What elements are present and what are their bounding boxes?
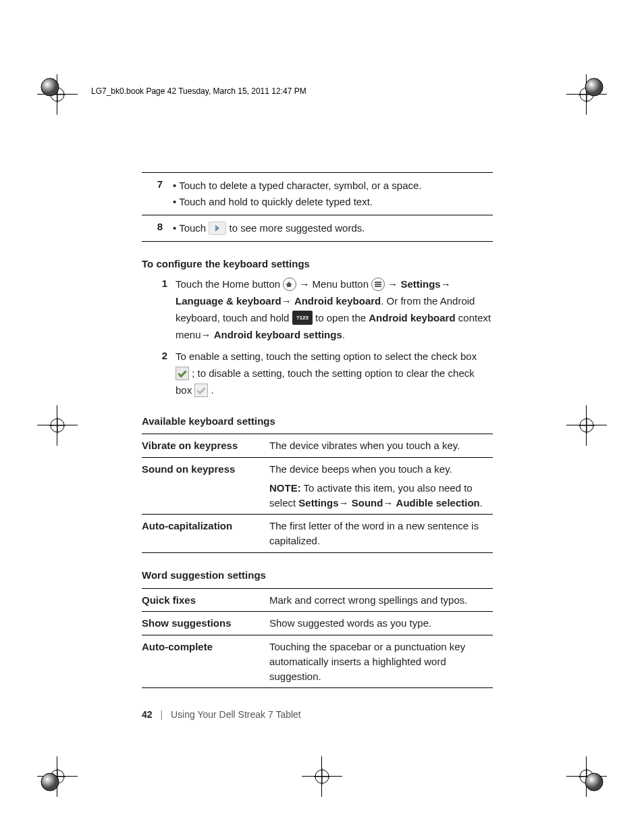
steps-list: 1 Touch the Home button → Menu button → … (142, 276, 493, 398)
numeric-key-icon: ?123 (292, 311, 313, 325)
setting-desc: The device beeps when you touch a key. N… (269, 458, 493, 515)
step-body: Touch the Home button → Menu button → Se… (176, 276, 493, 343)
home-button-icon (283, 278, 296, 291)
svg-point-21 (41, 78, 59, 96)
callout-text: Touch to delete a typed character, symbo… (173, 178, 492, 193)
checkbox-checked-icon (176, 367, 189, 380)
chapter-title: Using Your Dell Streak 7 Tablet (171, 709, 301, 720)
checkbox-unchecked-icon (194, 384, 208, 397)
callout-text: Touch and hold to quickly delete typed t… (173, 194, 492, 209)
step-body: To enable a setting, touch the setting o… (176, 348, 493, 398)
numbered-callout-table: 7 Touch to delete a typed character, sym… (142, 172, 493, 242)
svg-point-9 (580, 419, 593, 432)
available-settings-table: Vibrate on keypress The device vibrates … (142, 434, 493, 553)
print-sphere-icon (41, 78, 59, 99)
print-sphere-icon (585, 78, 603, 99)
suggest-more-icon (209, 221, 226, 235)
svg-point-24 (585, 773, 603, 791)
page-header: LG7_bk0.book Page 42 Tuesday, March 15, … (91, 86, 306, 96)
step-number: 1 (142, 276, 176, 343)
setting-desc: Show suggested words as you type. (269, 612, 493, 635)
crop-mark-icon (302, 756, 342, 797)
print-sphere-icon (585, 773, 603, 793)
setting-label: Quick fixes (142, 588, 269, 612)
setting-desc: The first letter of the word in a new se… (269, 515, 493, 553)
page-number: 42 (142, 709, 153, 720)
page-footer: 42 | Using Your Dell Streak 7 Tablet (142, 709, 493, 720)
callout-number: 7 (142, 173, 172, 215)
setting-desc: The device vibrates when you touch a key… (269, 434, 493, 458)
setting-label: Auto-complete (142, 635, 269, 688)
section-heading: To configure the keyboard settings (142, 257, 493, 271)
svg-point-6 (51, 419, 64, 432)
section-heading: Word suggestion settings (142, 568, 493, 583)
setting-desc: Mark and correct wrong spellings and typ… (269, 588, 493, 612)
section-heading: Available keyboard settings (142, 414, 493, 429)
setting-desc: Touching the spacebar or a punctuation k… (269, 635, 493, 688)
crop-mark-icon (37, 405, 78, 446)
setting-label: Auto-capitalization (142, 515, 269, 553)
setting-label: Vibrate on keypress (142, 434, 269, 458)
step-number: 2 (142, 348, 176, 398)
crop-mark-icon (566, 405, 607, 446)
print-sphere-icon (41, 773, 59, 793)
svg-point-15 (315, 770, 329, 783)
word-suggestion-table: Quick fixes Mark and correct wrong spell… (142, 588, 493, 689)
callout-number: 8 (142, 215, 172, 241)
setting-label: Show suggestions (142, 612, 269, 635)
svg-point-23 (41, 773, 59, 791)
page-body: 7 Touch to delete a typed character, sym… (142, 172, 493, 688)
callout-text: Touch to see more suggested words. (173, 221, 492, 236)
setting-label: Sound on keypress (142, 458, 269, 515)
menu-button-icon (371, 278, 385, 291)
svg-point-22 (585, 78, 603, 96)
